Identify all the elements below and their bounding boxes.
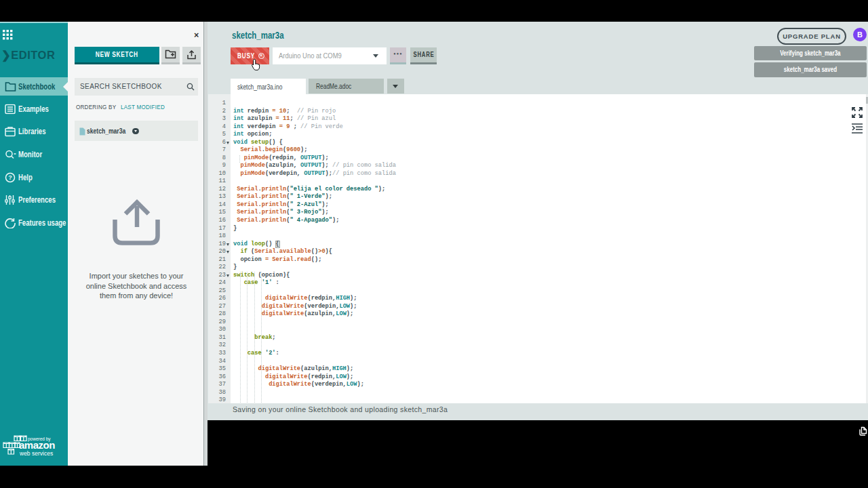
- svg-text:?: ?: [8, 174, 12, 181]
